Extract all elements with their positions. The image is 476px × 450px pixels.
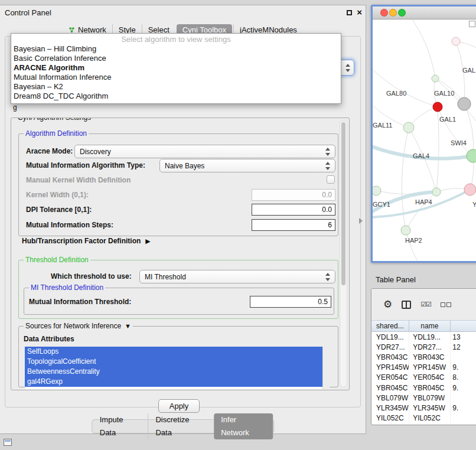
aracne-mode-select[interactable]: Discovery bbox=[74, 145, 335, 158]
table-cell: YIL052C bbox=[371, 413, 409, 423]
table-toolbar: ⚙ ☑☑ bbox=[371, 289, 476, 320]
dropdown-item[interactable]: Bayesian – K2 bbox=[11, 82, 341, 92]
columns-icon[interactable] bbox=[402, 301, 411, 309]
sources-section-expander[interactable]: Sources for Network Inference ▼ bbox=[24, 322, 133, 330]
table-panel-title: Table Panel bbox=[376, 275, 416, 284]
hub-transcription-factor-expander[interactable]: Hub/Transcription Factor Definition ▶ bbox=[22, 237, 151, 245]
splitter-arrow-icon[interactable] bbox=[359, 218, 363, 224]
network-graph: GALGAL80GAL10GAL11GAL1SWI4GAL4GCY1HAP4YH… bbox=[373, 19, 476, 263]
network-node[interactable] bbox=[373, 186, 381, 195]
close-traffic-light-icon[interactable] bbox=[380, 9, 388, 17]
column-header[interactable]: shared... bbox=[371, 321, 409, 331]
bottom-tab-infer-network[interactable]: Infer Network bbox=[214, 413, 273, 439]
dropdown-item[interactable]: ARACNE Algorithm bbox=[11, 63, 341, 73]
network-node[interactable] bbox=[433, 102, 442, 112]
attribute-list-item[interactable]: TopologicalCoefficient bbox=[25, 357, 322, 367]
network-node[interactable] bbox=[458, 97, 471, 110]
network-node[interactable] bbox=[464, 184, 476, 195]
table-cell: 8. bbox=[451, 373, 476, 383]
zoom-traffic-light-icon[interactable] bbox=[398, 9, 406, 17]
node-label: GAL1 bbox=[439, 116, 456, 123]
control-panel-window: Control Panel × NetworkStyleSelectCyni T… bbox=[0, 5, 366, 434]
table-cell: YPR145W bbox=[371, 363, 409, 373]
checked-boxes-icon[interactable]: ☑☑ bbox=[420, 301, 431, 308]
threshold-definition-group: Threshold Definition Which threshold to … bbox=[18, 260, 338, 319]
hub-section-label: Hub/Transcription Factor Definition bbox=[22, 237, 141, 245]
overview-toggle-icon[interactable] bbox=[469, 21, 475, 27]
float-panel-icon[interactable] bbox=[347, 10, 352, 15]
attribute-list-item[interactable]: SelfLoops bbox=[25, 347, 322, 357]
dropdown-item[interactable]: Bayesian – Hill Climbing bbox=[11, 44, 341, 54]
table-panel-window: ⚙ ☑☑ shared...name YDL19...YDL19...13YDR… bbox=[371, 288, 476, 425]
table-cell: YIL052C bbox=[409, 413, 451, 423]
table-cell: YLR345W bbox=[409, 403, 451, 413]
mi-steps-input[interactable] bbox=[252, 219, 335, 231]
mi-threshold-label: Mutual Information Threshold: bbox=[29, 298, 131, 306]
apply-button[interactable]: Apply bbox=[158, 399, 200, 413]
network-edge bbox=[406, 230, 423, 263]
network-node[interactable] bbox=[401, 226, 410, 235]
empty-boxes-icon[interactable] bbox=[441, 302, 451, 307]
network-edge bbox=[436, 107, 439, 192]
table-row[interactable]: YER054CYER054C8. bbox=[371, 373, 476, 383]
attribute-list-scrollbar[interactable] bbox=[322, 347, 330, 389]
network-node[interactable] bbox=[432, 75, 439, 82]
collapse-down-icon: ▼ bbox=[125, 323, 131, 330]
table-cell bbox=[451, 393, 476, 403]
table-row[interactable]: YLR345WYLR345W9. bbox=[371, 403, 476, 413]
node-label: GAL11 bbox=[373, 122, 392, 129]
table-cell: YBR045C bbox=[371, 383, 409, 393]
gear-icon[interactable]: ⚙ bbox=[383, 298, 392, 311]
table-cell: YER054C bbox=[409, 373, 451, 383]
minimized-panel-icon[interactable] bbox=[4, 439, 12, 446]
clipped-text-fragment: g bbox=[13, 103, 17, 112]
network-canvas[interactable]: GALGAL80GAL10GAL11GAL1SWI4GAL4GCY1HAP4YH… bbox=[373, 19, 476, 261]
mi-algorithm-type-select[interactable]: Naive Bayes bbox=[159, 159, 335, 172]
aracne-mode-label: Aracne Mode: bbox=[26, 147, 73, 155]
table-row[interactable]: YDL19...YDL19...13 bbox=[371, 332, 476, 342]
expand-right-icon: ▶ bbox=[145, 238, 150, 244]
close-panel-icon[interactable]: × bbox=[357, 7, 362, 17]
table-cell: YDL19... bbox=[409, 332, 451, 342]
network-node[interactable] bbox=[403, 122, 414, 133]
table-row[interactable]: YBR043CYBR043C bbox=[371, 352, 476, 362]
updown-arrows-icon bbox=[325, 273, 331, 281]
settings-scrollbar-thumb[interactable] bbox=[341, 122, 345, 285]
bottom-tab-discretize-data[interactable]: Discretize Data bbox=[148, 413, 214, 439]
table-row[interactable]: YBL079WYBL079W bbox=[371, 393, 476, 403]
minimize-traffic-light-icon[interactable] bbox=[389, 9, 397, 17]
bottom-tab-impute-data[interactable]: Impute Data bbox=[93, 413, 148, 439]
panel-title: Control Panel bbox=[5, 8, 51, 17]
table-cell: YBR043C bbox=[409, 352, 451, 362]
node-label: SWI4 bbox=[451, 139, 467, 146]
dropdown-item[interactable]: Dream8 DC_TDC Algorithm bbox=[11, 92, 341, 101]
dpi-tolerance-input[interactable] bbox=[252, 204, 335, 216]
table-cell: YER054C bbox=[371, 373, 409, 383]
network-window-titlebar[interactable] bbox=[373, 6, 476, 19]
network-node[interactable] bbox=[452, 37, 460, 45]
column-header[interactable] bbox=[451, 321, 476, 331]
mi-threshold-input[interactable] bbox=[250, 296, 331, 308]
settings-scrollbar[interactable] bbox=[340, 120, 347, 387]
attribute-list-item[interactable]: BetweennessCentrality bbox=[25, 367, 322, 377]
group-title: MI Threshold Definition bbox=[29, 283, 105, 292]
table-row[interactable]: YIL052CYIL052C bbox=[371, 413, 476, 423]
network-node[interactable] bbox=[432, 188, 441, 196]
table-row[interactable]: YDR27...YDR27...12 bbox=[371, 342, 476, 352]
table-row[interactable]: YBR045CYBR045C9. bbox=[371, 383, 476, 393]
updown-arrows-icon bbox=[345, 64, 351, 72]
network-edge bbox=[373, 61, 438, 107]
table-row[interactable]: YPR145WYPR145W9. bbox=[371, 363, 476, 373]
manual-kernel-width-checkbox[interactable] bbox=[327, 175, 335, 184]
node-label: GAL bbox=[462, 67, 475, 74]
dropdown-item[interactable]: Mutual Information Inference bbox=[11, 73, 341, 82]
which-threshold-select[interactable]: MI Threshold bbox=[139, 270, 335, 283]
updown-arrows-icon bbox=[325, 148, 331, 156]
kernel-width-input bbox=[252, 189, 335, 201]
column-header[interactable]: name bbox=[409, 321, 451, 331]
table-cell: YBL079W bbox=[409, 393, 451, 403]
dropdown-item[interactable]: Basic Correlation Inference bbox=[11, 54, 341, 63]
network-edge bbox=[438, 107, 473, 156]
attribute-list-item[interactable]: gal4RGexp bbox=[25, 377, 322, 387]
table-cell: YBL079W bbox=[371, 393, 409, 403]
